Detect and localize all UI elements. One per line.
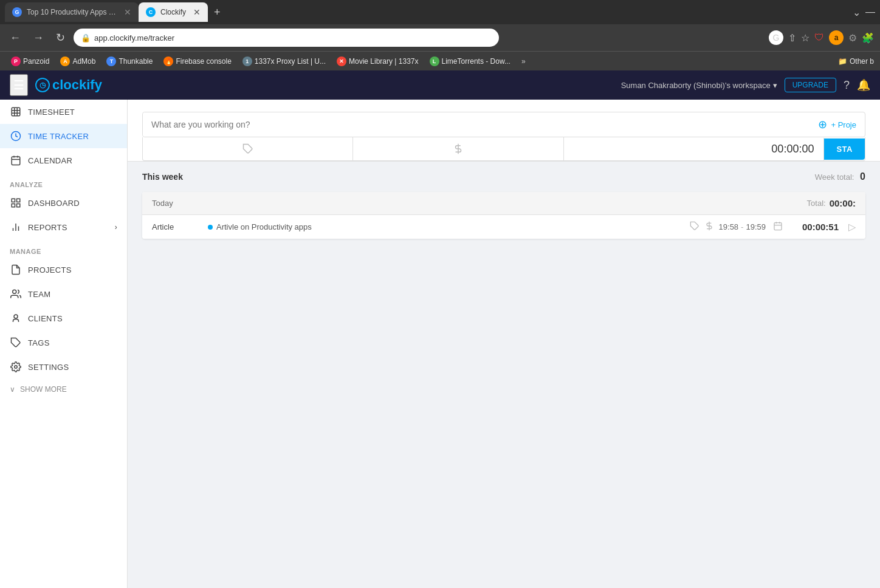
hamburger-button[interactable]: ☰ [10, 74, 28, 96]
sidebar-item-timesheet[interactable]: TIMESHEET [0, 100, 127, 124]
tab-bar: G Top 10 Productivity Apps for Chr... ✕ … [0, 0, 880, 24]
project-button[interactable]: ⊕ + Proje [810, 118, 865, 131]
settings-icon [10, 361, 22, 373]
bookmark-lime[interactable]: L LimeTorrents - Dow... [425, 55, 515, 68]
reports-label: REPORTS [28, 223, 67, 232]
sidebar-item-tags[interactable]: TAGS [0, 330, 127, 355]
entry-tag-icon[interactable] [690, 221, 700, 233]
sidebar-item-calendar[interactable]: CALENDAR [0, 148, 127, 173]
workspace-chevron-icon: ▾ [773, 81, 777, 90]
extensions-icon[interactable]: 🧩 [862, 32, 874, 44]
today-total-label: Total: [807, 199, 826, 208]
bm-panzoid-label: Panzoid [23, 57, 49, 66]
svg-point-17 [13, 290, 16, 293]
upgrade-button[interactable]: UPGRADE [785, 78, 836, 92]
bookmark-thunkable[interactable]: T Thunkable [101, 55, 157, 68]
address-bar[interactable]: 🔒 app.clockify.me/tracker [74, 29, 499, 47]
tracker-input-wrapper: ⊕ + Proje [142, 112, 865, 137]
forward-button[interactable]: → [29, 29, 47, 47]
sidebar-item-projects[interactable]: PROJECTS [0, 258, 127, 282]
bm-thunkable-label: Thunkable [119, 57, 153, 66]
start-button[interactable]: STA [824, 138, 865, 160]
workspace-selector[interactable]: Suman Chakraborty (Shinobi)'s workspace … [621, 81, 777, 90]
bm-thunkable-favicon: T [106, 56, 116, 66]
entry-time-range: 19:58 - 19:59 [719, 222, 766, 231]
tab-1[interactable]: G Top 10 Productivity Apps for Chr... ✕ [5, 2, 139, 22]
tab2-close[interactable]: ✕ [193, 7, 201, 17]
entry-end-time: 19:59 [746, 222, 766, 231]
show-more-button[interactable]: ∨ SHOW MORE [0, 379, 127, 400]
help-icon[interactable]: ? [844, 79, 850, 92]
entry-billable-icon[interactable] [704, 221, 714, 233]
notifications-icon[interactable]: 🔔 [857, 78, 870, 92]
bookmark-admob[interactable]: A AdMob [55, 55, 100, 68]
bookmark-1337x[interactable]: 1 1337x Proxy List | U... [238, 55, 331, 68]
minimize-button[interactable]: — [865, 7, 875, 18]
project-label: + Proje [831, 120, 856, 129]
reports-chevron-icon: › [115, 223, 117, 231]
tracker-time-display: 00:00:00 [761, 138, 824, 160]
tab1-close[interactable]: ✕ [124, 7, 131, 17]
bookmarks-more[interactable]: » [517, 55, 531, 67]
sidebar-item-time-tracker[interactable]: TIME TRACKER [0, 124, 127, 148]
tab2-favicon: C [146, 7, 156, 17]
today-total-time: 00:00: [830, 198, 856, 208]
bookmark-firebase[interactable]: 🔥 Firebase console [159, 55, 236, 68]
bm-movie-label: Movie Library | 1337x [349, 57, 419, 66]
tags-label: TAGS [28, 338, 50, 347]
logo-text: clockify [52, 77, 102, 93]
today-header: Today Total: 00:00: [142, 192, 865, 215]
browser-chrome: G Top 10 Productivity Apps for Chr... ✕ … [0, 0, 880, 70]
share-icon[interactable]: ⇧ [788, 32, 796, 44]
entry-calendar-icon[interactable] [773, 221, 783, 233]
entry-play-button[interactable]: ▷ [848, 221, 856, 233]
adblock-icon[interactable]: 🛡 [814, 32, 824, 43]
manage-section-label: MANAGE [0, 239, 127, 258]
table-row: Article Artivle on Productivity apps 19:… [142, 215, 865, 239]
sidebar-item-team[interactable]: TEAM [0, 282, 127, 306]
project-dot [208, 225, 213, 230]
svg-rect-11 [17, 199, 20, 202]
tab-overflow-button[interactable]: ⌄ [853, 7, 861, 18]
dashboard-icon [10, 197, 22, 209]
bm-firebase-label: Firebase console [176, 57, 231, 66]
tracker-input[interactable] [143, 112, 810, 137]
tracker-section: ⊕ + Proje 00:00:00 STA [128, 100, 880, 162]
bm-firebase-favicon: 🔥 [163, 56, 173, 66]
ext-icon[interactable]: ⚙ [848, 32, 857, 44]
projects-icon [10, 264, 22, 276]
week-total-section: Week total: 0 [815, 171, 865, 182]
topbar-right: Suman Chakraborty (Shinobi)'s workspace … [621, 78, 870, 92]
tab1-favicon: G [12, 7, 22, 17]
svg-rect-6 [12, 157, 20, 165]
sidebar-item-dashboard[interactable]: DASHBOARD [0, 191, 127, 215]
bm-1337x-label: 1337x Proxy List | U... [255, 57, 326, 66]
today-total: Total: 00:00: [807, 198, 856, 208]
amazon-icon[interactable]: a [829, 30, 844, 45]
tab-2[interactable]: C Clockify ✕ [139, 2, 208, 22]
bookmark-movie[interactable]: ✕ Movie Library | 1337x [332, 55, 424, 68]
bookmark-icon[interactable]: ☆ [801, 32, 810, 44]
new-tab-button[interactable]: + [210, 6, 224, 19]
billable-button[interactable] [353, 137, 563, 160]
week-total-label: Week total: [815, 173, 854, 182]
bookmark-panzoid[interactable]: P Panzoid [6, 55, 54, 68]
clients-label: CLIENTS [28, 314, 63, 323]
tag-button[interactable] [143, 137, 353, 160]
sidebar-item-reports[interactable]: REPORTS › [0, 215, 127, 239]
svg-rect-12 [12, 204, 15, 207]
bm-admob-favicon: A [60, 56, 70, 66]
entry-actions: 19:58 - 19:59 00:00:51 ▷ [690, 221, 856, 233]
bm-panzoid-favicon: P [11, 56, 21, 66]
refresh-button[interactable]: ↻ [52, 29, 69, 47]
back-button[interactable]: ← [6, 29, 24, 47]
sidebar-item-settings[interactable]: SETTINGS [0, 355, 127, 379]
entry-project: Artivle on Productivity apps [208, 222, 690, 231]
svg-rect-10 [12, 199, 15, 202]
other-bookmarks[interactable]: 📁 Other b [838, 57, 874, 66]
clients-icon [10, 312, 22, 324]
google-icon[interactable]: G [769, 30, 783, 45]
address-bar-row: ← → ↻ 🔒 app.clockify.me/tracker G ⇧ ☆ 🛡 … [0, 24, 880, 51]
sidebar-item-clients[interactable]: CLIENTS [0, 306, 127, 330]
workspace-name: Suman Chakraborty (Shinobi)'s workspace [621, 81, 771, 90]
